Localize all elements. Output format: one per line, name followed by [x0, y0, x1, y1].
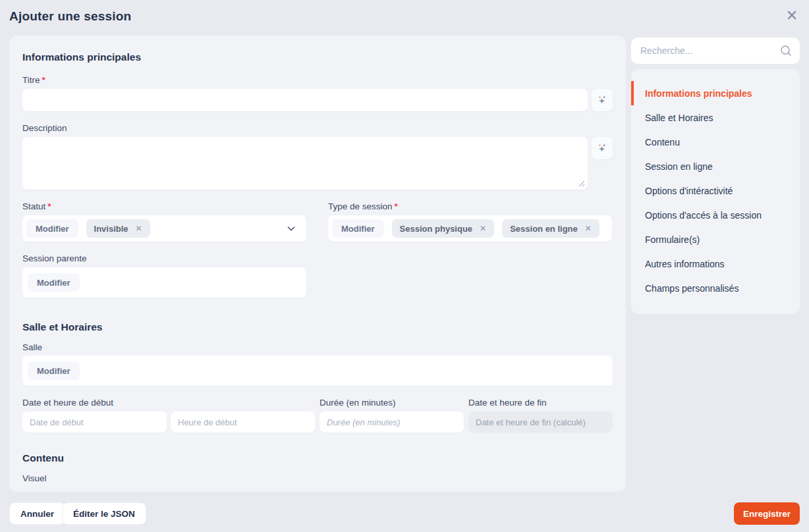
chevron-down-icon[interactable] — [285, 223, 297, 234]
date-debut-label: Date et heure de début — [22, 398, 315, 408]
titre-input[interactable] — [22, 89, 588, 111]
type-session-label: Type de session* — [328, 201, 612, 211]
required-marker: * — [47, 201, 51, 211]
visuel-label: Visuel — [22, 473, 613, 483]
edit-json-button[interactable]: Éditer le JSON — [62, 502, 146, 525]
date-fin-column: Date et heure de fin — [468, 386, 613, 433]
statut-label: Statut* — [22, 201, 306, 211]
sparkles-icon — [596, 142, 608, 154]
date-fin-input — [468, 412, 613, 433]
date-debut-input[interactable] — [22, 412, 167, 433]
titre-label-text: Titre — [22, 75, 40, 85]
duree-input[interactable] — [320, 412, 464, 433]
heure-debut-input[interactable] — [171, 412, 315, 433]
statut-type-row: Statut* Modifier Invisible ✕ Type de ses… — [22, 190, 613, 242]
chip-remove-icon[interactable]: ✕ — [136, 225, 142, 232]
session-parente-modify-button[interactable]: Modifier — [28, 273, 80, 292]
type-session-modify-button[interactable]: Modifier — [332, 219, 384, 238]
close-icon: ✕ — [786, 9, 798, 23]
duree-column: Durée (en minutes) — [320, 386, 464, 433]
search-icon — [779, 44, 793, 57]
chip-remove-icon[interactable]: ✕ — [480, 225, 486, 232]
description-textarea[interactable] — [22, 137, 588, 190]
chip-label: Invisible — [94, 224, 128, 234]
search-input[interactable] — [631, 38, 800, 64]
statut-select[interactable]: Modifier Invisible ✕ — [22, 215, 306, 242]
chip-label: Session en ligne — [510, 224, 578, 234]
nav-item-options-interactivite[interactable]: Options d'intéractivité — [631, 178, 800, 203]
statut-label-text: Statut — [22, 201, 45, 211]
section-nav: Informations principales Salle et Horair… — [631, 69, 800, 314]
nav-item-champs-personnalises[interactable]: Champs personnalisés — [631, 276, 800, 300]
section-heading-informations: Informations principales — [22, 51, 613, 63]
section-heading-salle: Salle et Horaires — [22, 321, 613, 333]
type-session-select[interactable]: Modifier Session physique ✕ Session en l… — [328, 215, 612, 242]
titre-label: Titre* — [22, 75, 613, 85]
page-title: Ajouter une session — [9, 9, 131, 24]
chip-remove-icon[interactable]: ✕ — [585, 225, 592, 232]
cancel-button[interactable]: Annuler — [9, 502, 65, 525]
resize-handle-icon[interactable] — [578, 180, 585, 187]
statut-modify-button[interactable]: Modifier — [26, 219, 78, 238]
statut-chip-invisible: Invisible ✕ — [86, 219, 150, 238]
type-session-column: Type de session* Modifier Session physiq… — [328, 190, 612, 242]
close-button[interactable]: ✕ — [783, 7, 801, 25]
nav-item-formulaires[interactable]: Formulaire(s) — [631, 227, 800, 252]
date-debut-column: Date et heure de début — [22, 386, 315, 433]
ai-generate-titre-button[interactable] — [592, 89, 613, 111]
session-parente-label: Session parente — [22, 253, 306, 263]
nav-item-options-acces-session[interactable]: Options d'accés à la session — [631, 203, 800, 227]
sparkles-icon — [596, 94, 608, 106]
statut-column: Statut* Modifier Invisible ✕ — [22, 190, 306, 242]
required-marker: * — [42, 75, 45, 85]
required-marker: * — [395, 201, 398, 211]
date-row: Date et heure de début Durée (en minutes… — [22, 386, 613, 433]
salle-select[interactable]: Modifier — [22, 356, 613, 386]
description-row — [22, 137, 613, 190]
type-session-label-text: Type de session — [328, 201, 393, 211]
description-label: Description — [22, 123, 613, 133]
duree-label: Durée (en minutes) — [320, 398, 464, 408]
nav-item-session-en-ligne[interactable]: Session en ligne — [631, 154, 800, 178]
ai-generate-description-button[interactable] — [592, 137, 613, 159]
sidebar-search — [631, 38, 800, 64]
nav-item-autres-informations[interactable]: Autres informations — [631, 252, 800, 276]
salle-modify-button[interactable]: Modifier — [28, 361, 80, 380]
session-form-panel: Informations principales Titre* Descript… — [9, 36, 626, 492]
description-textarea-wrap — [22, 137, 588, 190]
nav-item-informations-principales[interactable]: Informations principales — [631, 81, 800, 105]
type-chip-session-en-ligne: Session en ligne ✕ — [502, 219, 600, 238]
save-button[interactable]: Enregistrer — [734, 502, 800, 525]
nav-item-contenu[interactable]: Contenu — [631, 130, 800, 154]
date-fin-label: Date et heure de fin — [468, 398, 613, 408]
nav-item-salle-et-horaires[interactable]: Salle et Horaires — [631, 105, 800, 130]
type-chip-session-physique: Session physique ✕ — [392, 219, 495, 238]
section-heading-contenu: Contenu — [22, 452, 613, 464]
salle-label: Salle — [22, 342, 613, 352]
date-debut-inputs — [22, 412, 315, 433]
chip-label: Session physique — [400, 224, 473, 234]
session-parente-select[interactable]: Modifier — [22, 267, 306, 298]
session-parente-column: Session parente Modifier — [22, 253, 306, 298]
titre-row — [22, 89, 613, 111]
